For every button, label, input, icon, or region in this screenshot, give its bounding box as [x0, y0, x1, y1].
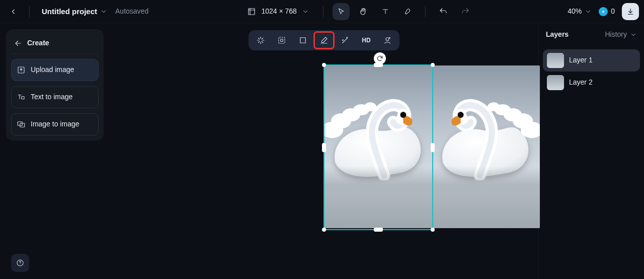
- chevron-down-icon: [585, 8, 592, 15]
- canvas[interactable]: HD: [110, 23, 538, 279]
- create-title: Create: [27, 38, 49, 48]
- back-arrow-icon: [14, 39, 23, 48]
- selection-bounds[interactable]: [324, 64, 433, 230]
- face-enhance-tool[interactable]: [378, 33, 396, 48]
- create-header[interactable]: Create: [11, 34, 99, 54]
- help-button[interactable]: [11, 254, 29, 272]
- svg-rect-7: [281, 39, 283, 42]
- ai-select-tool[interactable]: [273, 33, 291, 48]
- chevron-down-icon: [302, 8, 309, 15]
- history-label: History: [605, 30, 627, 40]
- chevron-down-icon: [630, 31, 637, 38]
- resize-handle-bottom[interactable]: [374, 228, 383, 232]
- canvas-size-dropdown[interactable]: 1024 × 768: [242, 5, 313, 19]
- upload-image-label: Upload image: [31, 65, 74, 75]
- project-title: Untitled project: [42, 6, 97, 17]
- resize-handle-left[interactable]: [322, 143, 326, 152]
- layer-item[interactable]: Layer 2: [543, 72, 640, 94]
- layer-item[interactable]: Layer 1: [543, 49, 640, 72]
- save-status: Autosaved: [115, 7, 148, 17]
- layer-name: Layer 1: [569, 55, 593, 65]
- hd-label: HD: [362, 36, 370, 45]
- undo-button[interactable]: [435, 3, 452, 20]
- project-title-dropdown[interactable]: Untitled project: [37, 5, 112, 19]
- zoom-dropdown[interactable]: 40%: [568, 7, 592, 17]
- layer-name: Layer 2: [569, 78, 593, 88]
- credits-icon: [599, 7, 608, 16]
- svg-rect-6: [279, 37, 285, 43]
- separator: [323, 6, 324, 17]
- zoom-value: 40%: [568, 7, 582, 17]
- separator: [29, 6, 30, 17]
- credits-value: 0: [611, 7, 615, 17]
- resize-handle-top-right[interactable]: [431, 63, 435, 67]
- text-to-image-label: Text to image: [31, 92, 72, 102]
- svg-rect-0: [249, 9, 255, 15]
- pointer-tool[interactable]: [333, 3, 350, 20]
- context-toolbar: HD: [249, 30, 399, 50]
- brush-tool[interactable]: [399, 3, 416, 20]
- resize-handle-top[interactable]: [374, 63, 383, 67]
- magic-wand-tool[interactable]: [336, 33, 354, 48]
- separator: [425, 6, 426, 17]
- resize-handle-bottom-left[interactable]: [322, 228, 326, 232]
- resize-handle-top-left[interactable]: [322, 63, 326, 67]
- back-button[interactable]: [5, 3, 22, 20]
- resize-handle-bottom-right[interactable]: [431, 228, 435, 232]
- resize-icon: [247, 7, 256, 16]
- upscale-hd-tool[interactable]: HD: [357, 33, 375, 48]
- text-tool[interactable]: [377, 3, 394, 20]
- svg-point-9: [386, 38, 389, 41]
- upload-image-button[interactable]: Upload image: [11, 59, 99, 81]
- svg-rect-8: [300, 38, 306, 43]
- resize-handle-right[interactable]: [431, 143, 435, 152]
- text-to-image-button[interactable]: Text to image: [11, 86, 99, 108]
- ai-sparkle-tool[interactable]: [252, 33, 270, 48]
- create-panel: Create Upload image Text to image Image …: [6, 29, 104, 141]
- hand-tool[interactable]: [355, 3, 372, 20]
- layers-title: Layers: [546, 30, 569, 40]
- svg-rect-3: [22, 96, 24, 99]
- layer-thumbnail: [547, 53, 564, 68]
- image-to-image-label: Image to image: [31, 119, 79, 129]
- erase-tool[interactable]: [315, 33, 333, 48]
- layer-thumbnail: [547, 75, 564, 90]
- svg-point-23: [20, 264, 21, 265]
- image-to-image-button[interactable]: Image to image: [11, 113, 99, 135]
- history-tab[interactable]: History: [605, 30, 637, 40]
- chevron-down-icon: [100, 8, 107, 15]
- canvas-dimensions: 1024 × 768: [261, 7, 296, 17]
- crop-tool[interactable]: [294, 33, 312, 48]
- credits-chip[interactable]: 0: [599, 7, 615, 17]
- redo-button[interactable]: [457, 3, 474, 20]
- download-button[interactable]: [622, 3, 639, 20]
